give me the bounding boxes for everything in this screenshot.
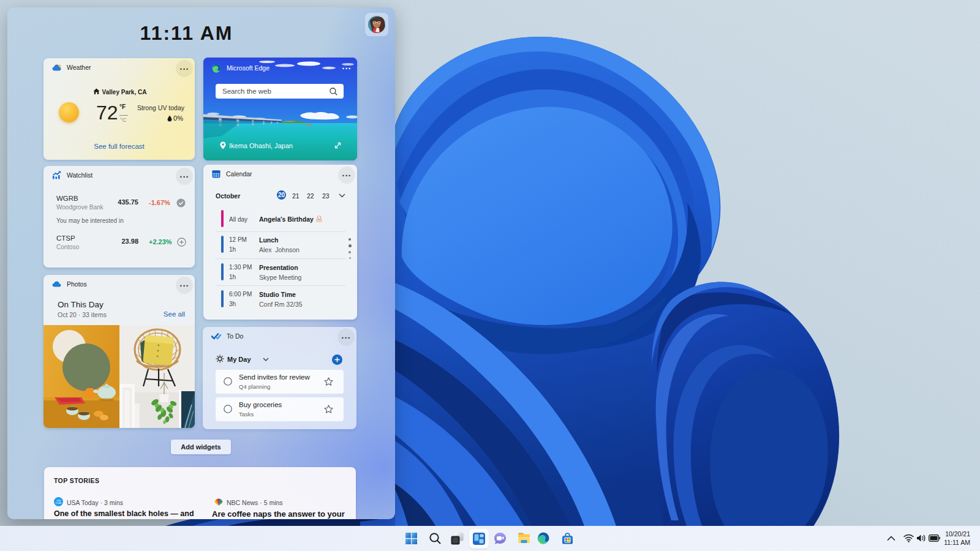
svg-text:TODAY: TODAY bbox=[55, 502, 62, 504]
